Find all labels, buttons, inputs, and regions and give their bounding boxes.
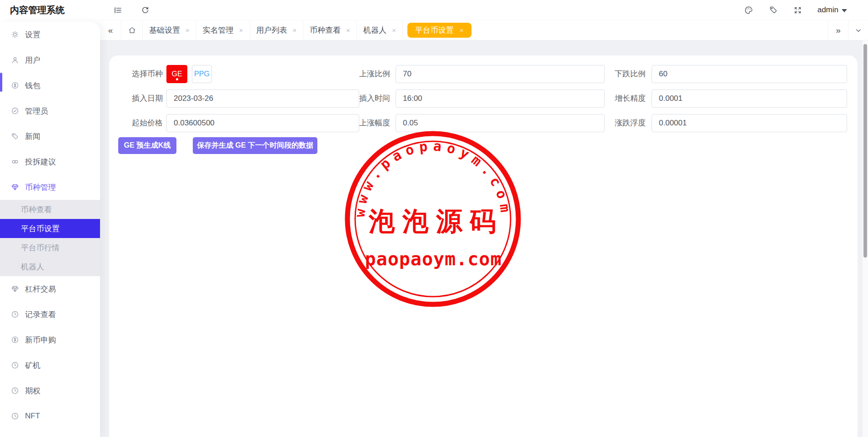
content-scrollbar-track[interactable] xyxy=(863,40,868,437)
tab-label: 用户列表 xyxy=(256,25,287,35)
dollar-circle-icon xyxy=(11,81,19,89)
gear-icon xyxy=(11,30,19,39)
tabs-scroll-left-button[interactable]: « xyxy=(100,20,121,40)
insert-time-input[interactable] xyxy=(396,89,605,108)
sidebar-item-label: 钱包 xyxy=(25,80,40,91)
submenu-item-robot[interactable]: 机器人 xyxy=(0,257,100,276)
fluctuation-input[interactable] xyxy=(652,114,847,132)
pre-generate-kline-button[interactable]: GE 预生成K线 xyxy=(118,137,176,154)
top-header: admin xyxy=(100,0,868,20)
chevrons-right-icon: » xyxy=(836,26,841,35)
tab-label: 实名管理 xyxy=(203,25,234,35)
close-icon[interactable]: × xyxy=(293,26,297,34)
tabs-scroll-right-button[interactable]: » xyxy=(828,20,848,40)
fall-ratio-label: 下跌比例 xyxy=(591,65,646,83)
rise-amplitude-input[interactable] xyxy=(396,114,605,132)
sidebar-item-label: 新闻 xyxy=(25,131,40,142)
sidebar-item-label: 设置 xyxy=(25,30,40,40)
tab-home[interactable] xyxy=(121,20,143,40)
content-scrollbar-thumb[interactable] xyxy=(863,44,867,258)
submenu-item-coin-view[interactable]: 币种查看 xyxy=(0,200,100,219)
chevron-down-icon xyxy=(854,26,863,35)
sidebar-item-settings[interactable]: 设置 xyxy=(0,22,100,47)
coin-selector-label: 选择币种 xyxy=(108,65,163,83)
sidebar-item-label: 期权 xyxy=(25,386,40,396)
check-circle-icon xyxy=(11,107,19,115)
history-icon xyxy=(11,412,19,420)
tab-realname-management[interactable]: 实名管理 × xyxy=(196,20,250,40)
app-root: 内容管理系统 admin xyxy=(0,0,868,437)
fullscreen-icon[interactable] xyxy=(793,5,803,15)
header-left-actions xyxy=(113,5,150,15)
growth-precision-input[interactable] xyxy=(652,89,847,108)
sidebar-item-label: 投拆建议 xyxy=(25,157,56,167)
tabbar-right-actions: » xyxy=(828,20,868,40)
sidebar-item-coin-management[interactable]: 币种管理 xyxy=(0,174,100,200)
close-icon[interactable]: × xyxy=(346,26,350,34)
close-icon[interactable]: × xyxy=(392,26,396,34)
tab-platform-coin-settings[interactable]: 平台币设置 × xyxy=(407,23,472,38)
caret-down-icon xyxy=(842,9,847,12)
tag-icon xyxy=(11,132,19,140)
rise-ratio-input[interactable] xyxy=(396,65,605,83)
dollar-circle-icon xyxy=(11,336,19,344)
sidebar-item-leverage-trading[interactable]: 杠杆交易 xyxy=(0,276,100,302)
tab-coin-view[interactable]: 币种查看 × xyxy=(303,20,357,40)
sidebar-item-label: 矿机 xyxy=(25,360,40,371)
coin-option-ge[interactable]: GE xyxy=(166,65,187,83)
sidebar-item-options[interactable]: 期权 xyxy=(0,378,100,403)
close-icon[interactable]: × xyxy=(186,26,190,34)
sidebar-item-mining[interactable]: 矿机 xyxy=(0,353,100,378)
close-icon[interactable]: × xyxy=(239,26,243,34)
insert-time-label: 插入时间 xyxy=(336,89,390,108)
theme-palette-icon[interactable] xyxy=(744,5,754,15)
tabs-more-button[interactable] xyxy=(848,20,868,40)
sidebar-item-records[interactable]: 记录查看 xyxy=(0,302,100,327)
history-icon xyxy=(11,387,19,395)
insert-date-input[interactable] xyxy=(166,89,359,108)
fall-ratio-input[interactable] xyxy=(652,65,847,83)
sidebar-item-nft[interactable]: NFT xyxy=(0,403,100,429)
sidebar-item-label: 记录查看 xyxy=(25,309,56,320)
sidebar-item-news[interactable]: 新闻 xyxy=(0,124,100,149)
close-icon[interactable]: × xyxy=(460,26,464,34)
refresh-icon[interactable] xyxy=(140,5,150,15)
start-price-input[interactable] xyxy=(166,114,359,132)
link-icon xyxy=(11,158,19,166)
submenu-item-platform-coin-settings[interactable]: 平台币设置 xyxy=(0,219,100,238)
tab-label: 基础设置 xyxy=(149,25,180,35)
coin-option-ppg[interactable]: PPG xyxy=(192,65,212,83)
tab-robot[interactable]: 机器人 × xyxy=(357,20,403,40)
tag-icon[interactable] xyxy=(768,5,778,15)
sidebar-scrollbar-thumb[interactable] xyxy=(0,73,2,92)
sidebar-item-feedback[interactable]: 投拆建议 xyxy=(0,149,100,174)
start-price-label: 起始价格 xyxy=(108,114,163,132)
history-icon xyxy=(11,310,19,318)
rise-amplitude-label: 上涨幅度 xyxy=(336,114,390,132)
sidebar-item-new-coin-subscription[interactable]: 新币申购 xyxy=(0,327,100,353)
insert-date-label: 插入日期 xyxy=(108,89,163,108)
submenu-item-label: 平台币行情 xyxy=(21,243,60,253)
tab-label: 机器人 xyxy=(363,25,386,35)
sidebar: 设置 用户 钱包 管理员 新闻 投拆建议 币种管理 币种查看 xyxy=(0,22,100,437)
sidebar-item-label: 新币申购 xyxy=(25,335,56,345)
rise-ratio-label: 上涨比例 xyxy=(336,65,390,83)
tab-user-list[interactable]: 用户列表 × xyxy=(250,20,304,40)
sidebar-item-users[interactable]: 用户 xyxy=(0,47,100,73)
tab-basic-settings[interactable]: 基础设置 × xyxy=(143,20,196,40)
save-and-generate-next-period-button[interactable]: 保存并生成 GE 下一个时间段的数据 xyxy=(193,137,317,154)
fluctuation-label: 涨跌浮度 xyxy=(591,114,646,132)
sidebar-item-label: 币种管理 xyxy=(25,182,56,193)
submenu-item-platform-coin-market[interactable]: 平台币行情 xyxy=(0,238,100,257)
sidebar-item-admins[interactable]: 管理员 xyxy=(0,98,100,124)
tab-label: 平台币设置 xyxy=(415,25,454,35)
sidebar-item-label: 杠杆交易 xyxy=(25,284,56,294)
history-icon xyxy=(11,361,19,369)
coin-option-label: PPG xyxy=(194,70,210,78)
collapse-sidebar-icon[interactable] xyxy=(113,5,123,15)
sidebar-item-wallet[interactable]: 钱包 xyxy=(0,73,100,98)
sidebar-item-label: 管理员 xyxy=(25,106,48,116)
user-menu[interactable]: admin xyxy=(818,5,847,15)
sidebar-item-label: 用户 xyxy=(25,55,40,65)
tab-bar: « 基础设置 × 实名管理 × 用户列表 × 币种查看 × 机器人 × 平台币设… xyxy=(100,20,868,40)
